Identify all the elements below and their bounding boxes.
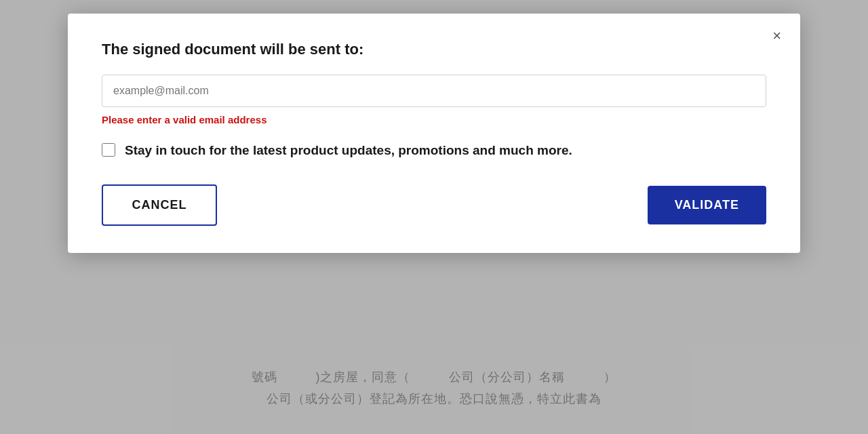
newsletter-checkbox-row: Stay in touch for the latest product upd… xyxy=(102,142,766,160)
modal-dialog: × The signed document will be sent to: P… xyxy=(68,14,800,253)
cancel-button[interactable]: CANCEL xyxy=(102,184,217,226)
close-button[interactable]: × xyxy=(770,26,784,46)
email-input[interactable] xyxy=(102,75,766,107)
newsletter-checkbox[interactable] xyxy=(102,143,115,157)
email-error-message: Please enter a valid email address xyxy=(102,114,766,125)
modal-actions: CANCEL VALIDATE xyxy=(102,184,766,226)
validate-button[interactable]: VALIDATE xyxy=(648,186,766,224)
newsletter-checkbox-label[interactable]: Stay in touch for the latest product upd… xyxy=(125,142,572,160)
modal-title: The signed document will be sent to: xyxy=(102,41,766,58)
modal-wrapper: × The signed document will be sent to: P… xyxy=(68,0,800,253)
